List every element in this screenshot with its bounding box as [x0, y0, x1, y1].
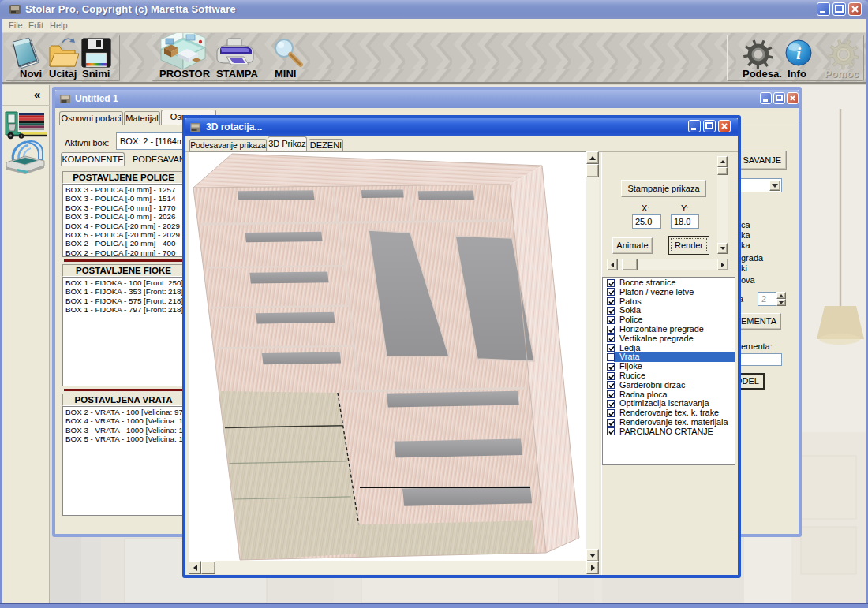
svg-text:i: i	[796, 43, 802, 63]
